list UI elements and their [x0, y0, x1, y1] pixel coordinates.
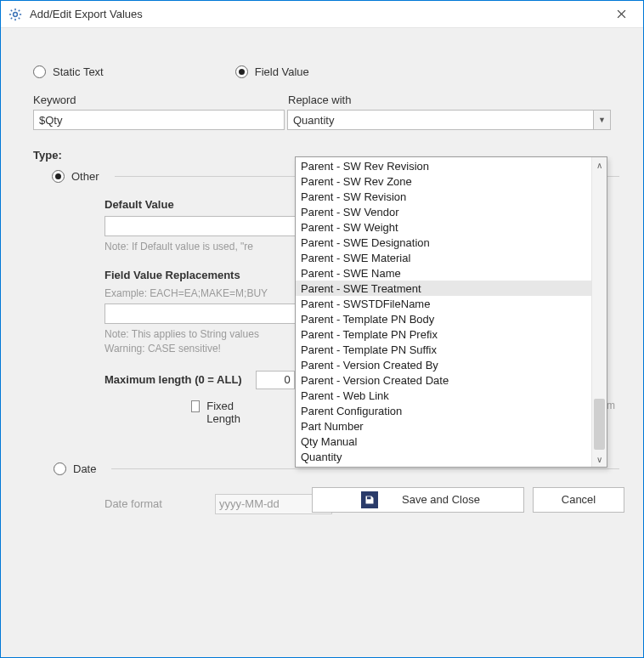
- dropdown-item[interactable]: Quantity: [296, 449, 591, 464]
- keyword-input[interactable]: $Qty: [33, 110, 285, 130]
- replace-with-label: Replace with: [288, 94, 619, 106]
- scroll-down-icon[interactable]: ∨: [592, 451, 607, 467]
- radio-static-text-label: Static Text: [53, 65, 104, 78]
- fixed-length-checkbox[interactable]: [191, 400, 200, 412]
- close-button[interactable]: [604, 3, 638, 26]
- dropdown-item[interactable]: Parent - Template PN Body: [296, 311, 591, 326]
- dropdown-item[interactable]: Parent - Web Link: [296, 388, 591, 403]
- maxlen-label: Maximum length (0 = ALL): [105, 373, 242, 386]
- scroll-up-icon[interactable]: ∧: [592, 157, 607, 173]
- dropdown-item[interactable]: Parent - SW Vendor: [296, 204, 591, 219]
- radio-date[interactable]: [54, 462, 66, 475]
- divider: [111, 468, 619, 469]
- footer: Save and Close Cancel: [312, 487, 624, 513]
- save-button-label: Save and Close: [402, 493, 480, 506]
- cancel-button-label: Cancel: [562, 493, 596, 506]
- dropdown-list: Parent - SW Rev RevisionParent - SW Rev …: [296, 157, 591, 467]
- replace-with-dropdown[interactable]: Parent - SW Rev RevisionParent - SW Rev …: [295, 156, 607, 468]
- dropdown-item[interactable]: Parent - SWE Material: [296, 250, 591, 265]
- dropdown-item[interactable]: Parent - SW Rev Revision: [296, 158, 591, 173]
- column-labels: Keyword Replace with: [33, 94, 619, 106]
- dropdown-item[interactable]: Parent Configuration: [296, 403, 591, 418]
- radio-other-label: Other: [71, 170, 99, 183]
- radio-static-text[interactable]: [33, 65, 46, 78]
- radio-date-label: Date: [73, 462, 96, 475]
- dropdown-toggle[interactable]: ▼: [593, 111, 610, 129]
- dropdown-item[interactable]: Parent - Template PN Prefix: [296, 326, 591, 342]
- dropdown-item[interactable]: Parent - Version Created Date: [296, 372, 591, 388]
- save-and-close-button[interactable]: Save and Close: [312, 487, 524, 513]
- dropdown-item[interactable]: Qty Manual: [296, 434, 591, 449]
- dropdown-item[interactable]: Parent - SW Rev Zone: [296, 173, 591, 189]
- dialog-window: Add/Edit Export Values Static Text Field…: [0, 0, 644, 658]
- date-format-label: Date format: [105, 497, 215, 510]
- cancel-button[interactable]: Cancel: [533, 487, 624, 513]
- keyword-value: $Qty: [39, 114, 62, 127]
- dropdown-item[interactable]: Parent - SW Revision: [296, 189, 591, 204]
- dropdown-item[interactable]: Part Number: [296, 418, 591, 434]
- radio-field-value[interactable]: [235, 65, 248, 78]
- scrollbar[interactable]: ∧ ∨: [591, 157, 607, 467]
- radio-field-value-label: Field Value: [255, 65, 309, 78]
- date-format-value: yyyy-MM-dd: [219, 497, 280, 510]
- dropdown-item[interactable]: Parent - SWE Treatment: [296, 281, 591, 296]
- dropdown-item[interactable]: Parent - SW Weight: [296, 219, 591, 235]
- dropdown-item[interactable]: Parent - Template PN Suffix: [296, 342, 591, 357]
- fixed-length-label: Fixed Length: [206, 400, 250, 425]
- replace-with-selected: Quantity: [293, 114, 593, 127]
- maxlen-value: 0: [257, 372, 294, 389]
- svg-point-0: [14, 12, 18, 16]
- keyword-label: Keyword: [33, 94, 288, 106]
- dropdown-item[interactable]: Parent - SWSTDFileName: [296, 296, 591, 311]
- app-icon: [8, 7, 23, 22]
- mode-row: Static Text Field Value: [33, 65, 619, 78]
- scroll-track[interactable]: [592, 173, 607, 451]
- dropdown-item[interactable]: Parent - SWE Designation: [296, 235, 591, 250]
- dialog-title: Add/Edit Export Values: [30, 8, 604, 20]
- replace-with-select[interactable]: Quantity ▼: [287, 110, 611, 130]
- radio-other[interactable]: [52, 170, 65, 183]
- save-icon: [361, 491, 378, 508]
- scroll-thumb[interactable]: [594, 399, 605, 450]
- dropdown-item[interactable]: Parent - SWE Name: [296, 265, 591, 281]
- dropdown-item[interactable]: Parent - Version Created By: [296, 357, 591, 372]
- titlebar: Add/Edit Export Values: [1, 1, 643, 28]
- chevron-down-icon: ▼: [598, 116, 606, 124]
- keyword-replace-row: $Qty Quantity ▼: [33, 110, 611, 130]
